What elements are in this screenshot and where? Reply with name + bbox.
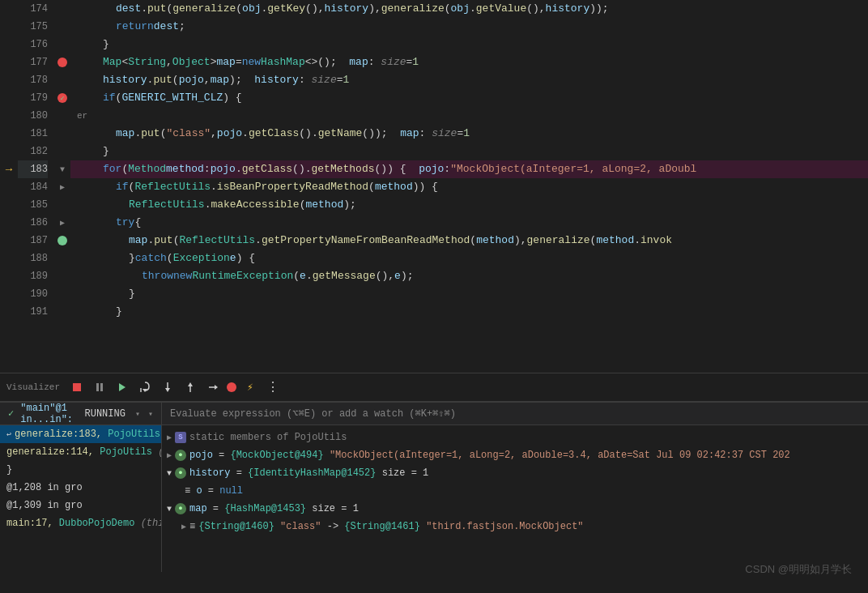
gutter-item bbox=[0, 53, 18, 71]
code-line-180: er bbox=[70, 107, 868, 125]
gutter-exec-arrow: → bbox=[0, 160, 18, 178]
line-num-184: 184 bbox=[18, 178, 48, 196]
stack-class-0: PojoUtils bbox=[102, 429, 160, 440]
gutter-item bbox=[0, 0, 18, 18]
resume-button[interactable] bbox=[113, 378, 131, 396]
code-content: dest.put(generalize(obj.getKey(), histor… bbox=[70, 0, 868, 373]
entry-arrow: -> bbox=[321, 521, 344, 532]
icon-cell-190 bbox=[54, 285, 70, 303]
gutter-item bbox=[0, 36, 18, 53]
gutter-item bbox=[0, 18, 18, 36]
left-gutter: → bbox=[0, 0, 18, 373]
icons-column: ✓ ▼ ▶ ▶ bbox=[54, 0, 70, 373]
line-num-176: 176 bbox=[18, 36, 48, 53]
stack-frame-2[interactable]: } bbox=[0, 461, 161, 479]
stack-frame-1[interactable]: generalize:114, PojoUtils (org.apache … bbox=[0, 443, 161, 461]
thread-dropdown-icon: ▾ bbox=[148, 409, 153, 419]
code-line-174: dest.put(generalize(obj.getKey(), histor… bbox=[70, 0, 868, 18]
icon-cell-185 bbox=[54, 196, 70, 214]
code-line-175: return dest; bbox=[70, 18, 868, 36]
stack-addr-3: @1,208 in gro bbox=[6, 482, 83, 493]
entry-val: "third.fastjson.MockObject" bbox=[426, 521, 583, 532]
eq-o: = bbox=[202, 485, 220, 497]
entry-key: "class" bbox=[280, 521, 321, 532]
svg-rect-0 bbox=[73, 383, 81, 391]
line-num-186: 186 bbox=[18, 214, 48, 232]
expand-map-entry: ▶ bbox=[181, 522, 186, 531]
icon-cell-188 bbox=[54, 250, 70, 267]
line-num-188: 188 bbox=[18, 250, 48, 267]
eq-history: = bbox=[230, 467, 248, 479]
line-num-189: 189 bbox=[18, 267, 48, 285]
stack-frame-0[interactable]: ↩ generalize:183, PojoUtils (org.apache … bbox=[0, 425, 161, 443]
icon-cell-180 bbox=[54, 107, 70, 125]
icon-cell-179: ✓ bbox=[54, 89, 70, 107]
eval-bar: Evaluate expression (⌥⌘E) or add a watch… bbox=[162, 403, 868, 425]
varname-history: history bbox=[189, 467, 230, 479]
line-num-174: 174 bbox=[18, 0, 48, 18]
run-to-cursor-button[interactable] bbox=[204, 378, 222, 396]
var-row-map-entry[interactable]: ▶ ≡ {String@1460} "class" -> {String@146… bbox=[162, 518, 868, 535]
stack-arrow: ↩ bbox=[6, 429, 11, 439]
var-row-o[interactable]: ≡ o = null bbox=[162, 482, 868, 500]
icon-cell-184: ▶ bbox=[54, 178, 70, 196]
icon-cell-176 bbox=[54, 36, 70, 53]
gutter-item bbox=[0, 267, 18, 285]
code-line-191: } bbox=[70, 303, 868, 321]
stack-frame-4[interactable]: @1,309 in gro bbox=[0, 497, 161, 514]
line-num-191: 191 bbox=[18, 303, 48, 321]
line-num-179: 179 bbox=[18, 89, 48, 107]
chevron-183: ▼ bbox=[60, 165, 65, 174]
stack-frame-3[interactable]: @1,208 in gro bbox=[0, 479, 161, 497]
val-o: null bbox=[219, 485, 243, 497]
thread-name: "main"@1 in...in": bbox=[20, 403, 78, 425]
step-into-button[interactable] bbox=[159, 378, 177, 396]
stack-class-main: DubboPojoDemo bbox=[53, 518, 135, 529]
var-row-history[interactable]: ▼ ● history = {IdentityHashMap@1452} siz… bbox=[162, 464, 868, 482]
line-num-175: 175 bbox=[18, 18, 48, 36]
breakpoint-dot-177 bbox=[57, 58, 67, 67]
toolbar-visualizer-label: Visualizer bbox=[6, 382, 60, 392]
gutter-item bbox=[0, 285, 18, 303]
gutter-item bbox=[0, 107, 18, 125]
static-label: static members of PojoUtils bbox=[189, 432, 347, 443]
csdn-watermark: CSDN @明明如月学长 bbox=[745, 562, 852, 577]
code-line-181: map.put("class", pojo.getClass().getName… bbox=[70, 125, 868, 143]
var-row-static[interactable]: ▶ S static members of PojoUtils bbox=[162, 429, 868, 446]
icon-map: ● bbox=[175, 503, 186, 514]
stack-fn-0: generalize:183, bbox=[15, 429, 102, 440]
type-map: {HashMap@1453} bbox=[224, 503, 312, 514]
evaluate-button[interactable]: ⚡ bbox=[241, 378, 259, 396]
gutter-item bbox=[0, 196, 18, 214]
debug-toolbar: Visualizer ⚡ bbox=[0, 373, 868, 402]
code-line-185: ReflectUtils.makeAccessible(method); bbox=[70, 196, 868, 214]
gutter-item bbox=[0, 178, 18, 196]
debug-panel: ✓ "main"@1 in...in": RUNNING ▾ ▾ ↩ gener… bbox=[0, 402, 868, 572]
icon-cell-178 bbox=[54, 71, 70, 89]
svg-marker-11 bbox=[215, 385, 218, 390]
var-row-map[interactable]: ▼ ● map = {HashMap@1453} size = 1 bbox=[162, 500, 868, 518]
thread-check: ✓ bbox=[8, 407, 14, 420]
svg-rect-1 bbox=[96, 383, 99, 391]
line-num-177: 177 bbox=[18, 53, 48, 71]
stack-frame-main[interactable]: main:17, DubboPojoDemo (third.dubt … bbox=[0, 514, 161, 532]
icon-cell-186: ▶ bbox=[54, 214, 70, 232]
more-options-button[interactable]: ⋮ bbox=[264, 378, 282, 396]
gutter-item bbox=[0, 143, 18, 160]
stop-button[interactable] bbox=[68, 378, 86, 396]
var-row-pojo[interactable]: ▶ ● pojo = {MockObject@494} "MockObject(… bbox=[162, 446, 868, 464]
step-over-button[interactable] bbox=[136, 378, 154, 396]
type-history: {IdentityHashMap@1452} bbox=[248, 467, 382, 479]
expand-map: ▼ bbox=[167, 505, 172, 514]
varname-pojo: pojo bbox=[189, 450, 213, 461]
line-num-178: 178 bbox=[18, 71, 48, 89]
pause-button[interactable] bbox=[91, 378, 108, 396]
thread-header: ✓ "main"@1 in...in": RUNNING ▾ ▾ bbox=[0, 403, 161, 425]
gutter-item bbox=[0, 214, 18, 232]
type-pojo: {MockObject@494} bbox=[230, 450, 329, 461]
code-line-189: throw new RuntimeException(e.getMessage(… bbox=[70, 267, 868, 285]
step-out-button[interactable] bbox=[181, 378, 199, 396]
icon-cell-191 bbox=[54, 303, 70, 321]
code-line-187: map.put(ReflectUtils.getPropertyNameFrom… bbox=[70, 232, 868, 250]
code-line-186: try { bbox=[70, 214, 868, 232]
